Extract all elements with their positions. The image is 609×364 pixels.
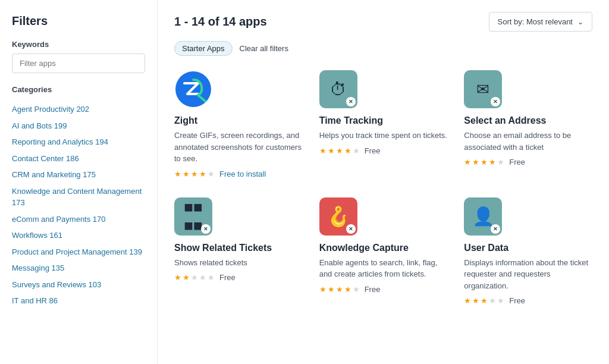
app-card: ✉ ✕ Select an Address Choose an email ad… (464, 68, 592, 181)
star-rating: ★★★★★ (319, 285, 360, 294)
app-name: Show Related Tickets (174, 243, 303, 253)
app-card: ■■■■ ✕ Show Related Tickets Shows relate… (174, 195, 303, 308)
badge-x-icon: ✕ (346, 224, 356, 234)
app-icon (174, 70, 212, 108)
user-icon: 👤 (472, 206, 494, 227)
star-filled-icon: ★ (481, 158, 488, 167)
star-empty-icon: ★ (353, 146, 360, 155)
star-empty-icon: ★ (497, 158, 504, 167)
sort-label: Sort by: Most relevant (498, 17, 573, 26)
star-filled-icon: ★ (481, 296, 488, 305)
sidebar-item-product-and-project-management[interactable]: Product and Project Management 139 (12, 244, 145, 261)
clock-icon: ⏱ (330, 80, 347, 99)
star-filled-icon: ★ (344, 285, 351, 294)
sidebar-item-knowledge-and-content-management[interactable]: Knowledge and Content Management 173 (12, 183, 145, 211)
clear-filters-button[interactable]: Clear all filters (240, 44, 288, 53)
sidebar-item-contact-center[interactable]: Contact Center 186 (12, 150, 145, 167)
app-description: Displays information about the ticket re… (464, 257, 592, 292)
sidebar-item-agent-productivity[interactable]: Agent Productivity 202 (12, 101, 145, 118)
categories-list: Agent Productivity 202AI and Bots 199Rep… (12, 101, 145, 309)
star-filled-icon: ★ (319, 285, 327, 294)
envelope-icon: ✉ (476, 80, 489, 99)
star-filled-icon: ★ (174, 273, 181, 282)
app-description: Create GIFs, screen recordings, and anno… (174, 130, 303, 165)
star-empty-icon: ★ (208, 170, 215, 178)
sidebar-item-crm-and-marketing[interactable]: CRM and Marketing 175 (12, 167, 145, 183)
star-filled-icon: ★ (328, 285, 335, 294)
sidebar-item-surveys-and-reviews[interactable]: Surveys and Reviews 103 (12, 277, 145, 293)
badge-x-icon: ✕ (346, 97, 356, 106)
sidebar-item-reporting-and-analytics[interactable]: Reporting and Analytics 194 (12, 134, 145, 150)
star-filled-icon: ★ (199, 170, 206, 178)
sort-dropdown[interactable]: Sort by: Most relevant ⌄ (489, 12, 592, 32)
app-card: 🪝 ✕ Knowledge Capture Enable agents to s… (319, 195, 448, 308)
grid-icon: ■■■■ (184, 198, 202, 235)
main-content: 1 - 14 of 14 apps Sort by: Most relevant… (158, 0, 609, 364)
app-description: Choose an email address to be associated… (464, 130, 592, 153)
filter-input[interactable] (12, 54, 145, 73)
app-card: ⏱ ✕ Time Tracking Helps you track time s… (319, 68, 448, 181)
app-icon: 👤 ✕ (464, 197, 502, 236)
star-rating: ★★★★★ (464, 296, 504, 305)
app-icon: ⏱ ✕ (319, 70, 357, 108)
star-empty-icon: ★ (353, 285, 360, 294)
star-empty-icon: ★ (208, 273, 215, 282)
hook-icon: 🪝 (327, 205, 350, 228)
badge-x-icon: ✕ (201, 224, 211, 234)
app-meta: ★★★★★ Free to install (174, 170, 303, 178)
filter-tags: Starter Apps Clear all filters (174, 41, 592, 56)
sidebar-item-ecomm-and-payments[interactable]: eComm and Payments 170 (12, 211, 145, 228)
star-filled-icon: ★ (191, 170, 198, 178)
sidebar-title: Filters (12, 14, 145, 28)
chevron-down-icon: ⌄ (577, 18, 583, 26)
app-meta: ★★★★★ Free (319, 285, 448, 294)
app-icon: ✉ ✕ (464, 70, 502, 108)
active-filter-tag[interactable]: Starter Apps (174, 41, 233, 56)
star-filled-icon: ★ (183, 273, 190, 282)
star-filled-icon: ★ (336, 285, 343, 294)
app-price: Free (365, 285, 381, 294)
star-filled-icon: ★ (328, 146, 335, 155)
sidebar-item-ai-and-bots[interactable]: AI and Bots 199 (12, 118, 145, 134)
star-filled-icon: ★ (464, 296, 471, 305)
star-empty-icon: ★ (497, 296, 504, 305)
star-rating: ★★★★★ (464, 158, 504, 167)
star-rating: ★★★★★ (174, 273, 215, 282)
keywords-label: Keywords (12, 40, 145, 49)
star-filled-icon: ★ (472, 158, 479, 167)
sidebar-item-messaging[interactable]: Messaging 135 (12, 260, 145, 277)
badge-x-icon: ✕ (491, 97, 500, 106)
star-rating: ★★★★★ (174, 170, 215, 178)
header-row: 1 - 14 of 14 apps Sort by: Most relevant… (174, 12, 592, 32)
app-name: User Data (464, 243, 592, 253)
star-rating: ★★★★★ (319, 146, 360, 155)
app-price: Free (365, 146, 381, 155)
star-filled-icon: ★ (464, 158, 471, 167)
sidebar-item-workflows[interactable]: Workflows 161 (12, 227, 145, 244)
star-filled-icon: ★ (174, 170, 181, 178)
categories-label: Categories (12, 85, 145, 94)
star-filled-icon: ★ (472, 296, 479, 305)
app-name: Select an Address (464, 115, 592, 126)
star-empty-icon: ★ (199, 273, 206, 282)
star-filled-icon: ★ (336, 146, 343, 155)
star-filled-icon: ★ (183, 170, 190, 178)
app-description: Shows related tickets (174, 257, 303, 269)
star-half-icon: ★ (191, 273, 198, 282)
sidebar-item-it-and-hr[interactable]: IT and HR 86 (12, 293, 145, 309)
star-filled-icon: ★ (319, 146, 327, 155)
app-meta: ★★★★★ Free (464, 158, 592, 167)
star-filled-icon: ★ (489, 158, 496, 167)
app-icon: 🪝 ✕ (319, 197, 357, 236)
app-price: Free to install (219, 170, 266, 178)
app-price: Free (509, 296, 525, 305)
app-meta: ★★★★★ Free (464, 296, 592, 305)
result-count: 1 - 14 of 14 apps (174, 15, 267, 29)
app-meta: ★★★★★ Free (319, 146, 448, 155)
app-description: Helps you track time spent on tickets. (319, 130, 448, 142)
sidebar: Filters Keywords Categories Agent Produc… (0, 0, 158, 364)
app-price: Free (509, 158, 525, 167)
app-name: Time Tracking (319, 115, 448, 126)
app-card: Zight Create GIFs, screen recordings, an… (174, 68, 303, 181)
app-card: 👤 ✕ User Data Displays information about… (464, 195, 592, 308)
